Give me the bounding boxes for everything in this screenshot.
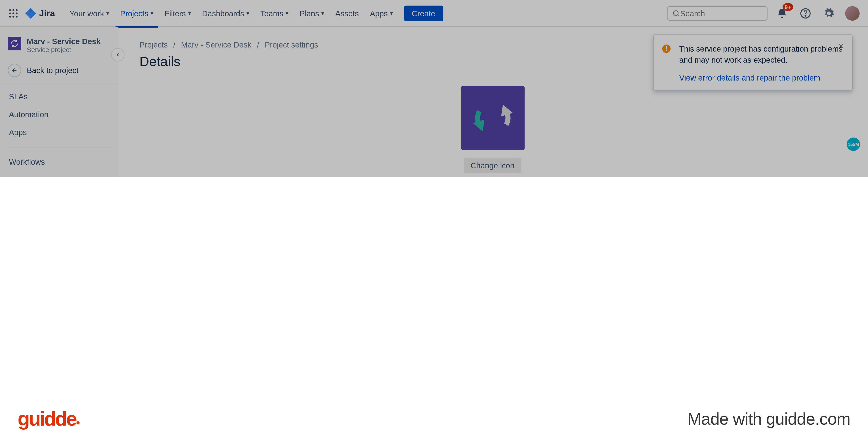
back-label: Back to project [27,66,79,75]
profile-avatar[interactable] [843,4,861,22]
gear-icon [823,7,834,19]
sidebar-item-screens[interactable]: Screens [4,171,113,177]
logo-text: Jira [39,8,55,18]
main-content: Projects/Marv - Service Desk/Project set… [118,27,868,177]
help-icon [800,7,811,19]
warning-flag: This service project has configuration p… [654,35,852,90]
settings-button[interactable] [820,4,838,22]
sidebar: Marv - Service Desk Service project Back… [0,27,118,177]
nav-teams[interactable]: Teams▾ [256,6,293,20]
svg-marker-15 [501,105,513,116]
notifications-button[interactable]: 9+ [773,4,791,22]
presence-avatar[interactable]: 155M [847,137,860,151]
project-avatar [461,86,524,150]
project-name: Marv - Service Desk [27,37,101,46]
svg-point-12 [805,15,806,16]
search-box[interactable] [667,6,767,20]
nav-filters[interactable]: Filters▾ [160,6,195,20]
svg-point-7 [12,16,14,17]
sidebar-item-apps[interactable]: Apps [4,123,113,141]
search-input[interactable] [680,8,763,18]
flag-message: This service project has configuration p… [679,43,844,66]
search-icon [672,8,680,18]
svg-point-5 [16,12,18,14]
nav-assets[interactable]: Assets [331,6,363,20]
sidebar-item-slas[interactable]: SLAs [4,88,113,106]
svg-point-3 [9,12,11,14]
jira-logo[interactable]: Jira [25,7,55,19]
nav-dashboards[interactable]: Dashboards▾ [197,6,254,20]
close-icon [838,42,845,49]
back-arrow-icon [8,64,21,77]
nav-projects[interactable]: Projects▾ [116,6,158,20]
back-to-project-link[interactable]: Back to project [0,59,118,84]
project-type: Service project [27,46,101,54]
svg-point-19 [666,50,667,51]
create-button[interactable]: Create [404,5,443,21]
help-button[interactable] [797,4,814,22]
sidebar-item-workflows[interactable]: Workflows [4,153,113,171]
svg-point-1 [12,9,14,11]
warning-icon [661,43,672,54]
app-switcher-icon[interactable] [7,6,20,20]
svg-rect-18 [666,46,667,50]
nav-plans[interactable]: Plans▾ [295,6,329,20]
nav-apps[interactable]: Apps▾ [365,6,397,20]
breadcrumb-link[interactable]: Projects [140,40,168,49]
svg-point-4 [12,12,14,14]
flag-action-link[interactable]: View error details and repair the proble… [679,73,844,82]
svg-point-8 [16,16,18,17]
svg-point-0 [9,9,11,11]
project-icon [8,37,21,50]
svg-point-2 [16,9,18,11]
chevron-left-icon [115,52,121,58]
top-nav: Jira Your work▾Projects▾Filters▾Dashboar… [0,0,868,27]
notification-badge: 9+ [782,3,793,10]
flag-close-button[interactable] [836,40,847,51]
breadcrumb-link[interactable]: Project settings [265,40,318,49]
avatar-icon [845,6,860,20]
nav-your-work[interactable]: Your work▾ [65,6,114,20]
collapse-sidebar-button[interactable] [111,48,124,61]
svg-marker-16 [472,119,484,131]
breadcrumb-link[interactable]: Marv - Service Desk [181,40,251,49]
svg-point-9 [673,10,678,15]
svg-line-10 [677,14,679,16]
change-icon-button[interactable]: Change icon [464,157,521,173]
svg-point-6 [9,16,11,17]
sidebar-item-automation[interactable]: Automation [4,106,113,123]
